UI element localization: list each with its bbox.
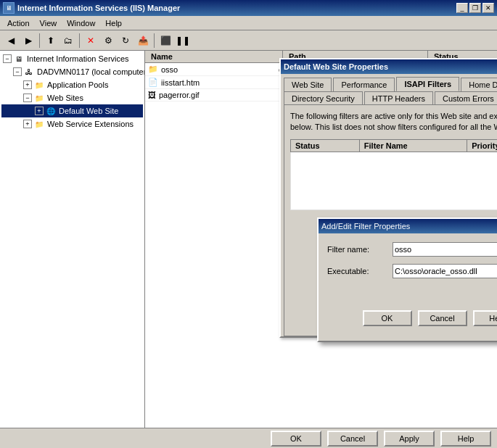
executable-label: Executable: <box>327 267 393 275</box>
computer-icon: 🖥 <box>13 53 25 65</box>
forward-button[interactable]: ▶ <box>20 33 36 49</box>
content-area: Name Path Status 📁osso c:\osso 📄iisstart… <box>145 51 497 428</box>
menu-help[interactable]: Help <box>101 17 126 29</box>
main-dialog-title: Default Web Site Properties <box>284 62 388 71</box>
tree-item-iis-root[interactable]: − 🖥 Internet Information Services <box>1 52 143 65</box>
menu-view[interactable]: View <box>36 17 62 29</box>
expand-app-pools[interactable]: + <box>23 80 32 89</box>
stop-button[interactable]: ⬛ <box>157 33 173 49</box>
tab-directory-security[interactable]: Directory Security <box>284 91 363 105</box>
html-icon: 📄 <box>148 78 158 87</box>
main-layout: − 🖥 Internet Information Services − 🖧 DA… <box>0 51 497 428</box>
tab-web-site[interactable]: Web Site <box>284 78 332 92</box>
tab-content-isapi-filters: The following filters are active only fo… <box>284 104 497 336</box>
menu-bar: Action View Window Help <box>0 16 497 30</box>
sub-help-button[interactable]: Help <box>473 310 498 326</box>
sub-dialog-title-bar: Add/Edit Filter Properties ✕ <box>319 219 497 233</box>
expand-default-web-site[interactable]: + <box>35 107 44 115</box>
col-header-name: Name <box>145 51 283 62</box>
sub-dialog-body: Filter name: Executable: Browse... OK <box>319 233 497 341</box>
tree-label-iis-root: Internet Information Services <box>27 54 129 63</box>
col-priority: Priority <box>467 139 497 152</box>
help-button[interactable]: Help <box>440 431 491 447</box>
pause-button[interactable]: ❚❚ <box>175 33 191 49</box>
browse-row: Browse... <box>327 286 497 302</box>
expand-web-sites[interactable]: − <box>23 94 32 102</box>
toolbar-separator-3 <box>154 33 155 48</box>
tree-item-default-web-site[interactable]: + 🌐 Default Web Site <box>1 104 143 117</box>
expand-dadvmn0117[interactable]: − <box>13 67 22 76</box>
tree-label-app-pools: Application Pools <box>47 80 108 89</box>
refresh-button[interactable]: ↻ <box>118 33 134 49</box>
title-bar-left: 🖥 Internet Information Services (IIS) Ma… <box>3 2 180 14</box>
up-button[interactable]: ⬆ <box>43 33 59 49</box>
ok-button[interactable]: OK <box>271 431 321 447</box>
back-button[interactable]: ◀ <box>3 33 19 49</box>
main-dialog: Default Web Site Properties ? ✕ Web Site… <box>279 58 497 338</box>
executable-row: Executable: <box>327 264 497 278</box>
expand-iis-root[interactable]: − <box>3 54 12 63</box>
show-hide-button[interactable]: 🗂 <box>60 33 76 49</box>
sub-ok-button[interactable]: OK <box>363 310 412 326</box>
tab-performance[interactable]: Performance <box>333 78 395 92</box>
filter-empty-row <box>291 152 498 210</box>
restore-button[interactable]: ❐ <box>469 3 481 13</box>
filter-name-label: Filter name: <box>327 245 393 254</box>
file-name-osso: osso <box>161 65 178 74</box>
web-site-icon: 🌐 <box>45 105 57 117</box>
delete-button[interactable]: ✕ <box>83 33 99 49</box>
tree-label-dadvmn0117: DADVMN0117 (local computer) <box>37 67 145 76</box>
image-icon: 🖼 <box>148 91 156 99</box>
cancel-button[interactable]: Cancel <box>327 431 378 447</box>
title-bar-buttons: _ ❐ ✕ <box>456 3 494 13</box>
status-bar: OK Cancel Apply Help <box>0 428 497 448</box>
expand-web-service-ext[interactable]: + <box>23 120 32 128</box>
app-title: Internet Information Services (IIS) Mana… <box>17 4 180 12</box>
sub-dialog-title: Add/Edit Filter Properties <box>321 222 410 231</box>
toolbar-separator-2 <box>79 33 80 48</box>
tab-custom-errors[interactable]: Custom Errors <box>435 91 497 105</box>
sub-dialog-action-buttons: OK Cancel Help <box>327 310 497 326</box>
tabs-row-1: Web Site Performance ISAPI Filters Home … <box>281 74 497 91</box>
tree-item-web-service-ext[interactable]: + 📁 Web Service Extensions <box>1 117 143 130</box>
minimize-button[interactable]: _ <box>456 3 468 13</box>
toolbar: ◀ ▶ ⬆ 🗂 ✕ ⚙ ↻ 📤 ⬛ ❚❚ <box>0 30 497 51</box>
file-name-pagerror: pagerror.gif <box>159 91 200 99</box>
sub-dialog: Add/Edit Filter Properties ✕ Filter name… <box>317 217 497 342</box>
menu-action[interactable]: Action <box>3 17 34 29</box>
filter-name-input[interactable] <box>393 242 497 257</box>
filter-name-row: Filter name: <box>327 242 497 257</box>
tree-label-default-web-site: Default Web Site <box>59 107 118 115</box>
tree-item-web-sites[interactable]: − 📁 Web Sites <box>1 91 143 104</box>
tree-label-web-service-ext: Web Service Extensions <box>47 120 134 128</box>
web-service-icon: 📁 <box>33 118 45 130</box>
tab-isapi-filters[interactable]: ISAPI Filters <box>396 77 459 91</box>
web-sites-icon: 📁 <box>33 92 45 104</box>
properties-button[interactable]: ⚙ <box>100 33 116 49</box>
tab-http-headers[interactable]: HTTP Headers <box>364 91 433 105</box>
title-bar: 🖥 Internet Information Services (IIS) Ma… <box>0 0 497 16</box>
isapi-info-text: The following filters are active only fo… <box>290 111 497 133</box>
col-status: Status <box>291 139 360 152</box>
file-name-iisstart: iisstart.htm <box>161 78 200 87</box>
main-dialog-title-bar: Default Web Site Properties ? ✕ <box>281 59 497 74</box>
tree-panel[interactable]: − 🖥 Internet Information Services − 🖧 DA… <box>0 51 145 428</box>
tab-home-directory[interactable]: Home Directory <box>461 78 497 92</box>
tree-item-dadvmn0117[interactable]: − 🖧 DADVMN0117 (local computer) <box>1 65 143 78</box>
sub-cancel-button[interactable]: Cancel <box>418 310 467 326</box>
col-filter-name: Filter Name <box>359 139 467 152</box>
filter-table: Status Filter Name Priority <box>290 139 497 210</box>
close-button[interactable]: ✕ <box>482 3 494 13</box>
apply-button[interactable]: Apply <box>384 431 435 447</box>
iis-icon: 🖥 <box>3 2 15 14</box>
tabs-row-2: Directory Security HTTP Headers Custom E… <box>281 91 497 104</box>
menu-window[interactable]: Window <box>62 17 99 29</box>
server-icon: 🖧 <box>23 66 35 78</box>
toolbar-separator-1 <box>39 33 40 48</box>
folder-icon: 📁 <box>148 65 158 74</box>
tree-label-web-sites: Web Sites <box>47 94 83 102</box>
executable-input[interactable] <box>393 264 497 278</box>
folder-icon: 📁 <box>33 79 45 91</box>
tree-item-app-pools[interactable]: + 📁 Application Pools <box>1 78 143 91</box>
export-button[interactable]: 📤 <box>135 33 151 49</box>
